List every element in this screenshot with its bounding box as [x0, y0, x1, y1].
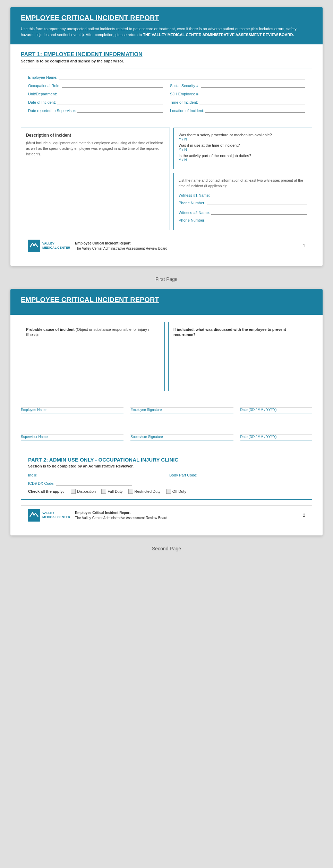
footer-p1: VALLEY MEDICAL CENTER Employee Critical …: [21, 236, 312, 256]
checkbox-off-duty[interactable]: Off Duty: [166, 489, 186, 494]
inc-input[interactable]: [39, 472, 164, 477]
employee-info-box: Employee Name: Occupational Role: Social…: [21, 69, 312, 122]
page2-label: Second Page: [7, 546, 326, 551]
yn1[interactable]: Y / N: [179, 137, 187, 141]
report-title-p2: EMPLOYEE CRITICAL INCIDENT REPORT: [21, 296, 312, 304]
w2-phone-label: Phone Number:: [179, 218, 205, 222]
header-bold-text: THE VALLEY MEDICAL CENTER ADMINISTRATIVE…: [143, 33, 294, 37]
safety-witness-col: Was there a safety procedure or mechanis…: [173, 128, 312, 230]
time-incident-input[interactable]: [199, 100, 305, 104]
header-banner-p1: EMPLOYEE CRITICAL INCIDENT REPORT Use th…: [10, 7, 323, 44]
icd9-input[interactable]: [56, 481, 132, 485]
date-reported-input[interactable]: [77, 108, 163, 113]
safety-q2: Was it in use at the time of incident? Y…: [179, 143, 307, 152]
employee-date-label: Date (DD / MM / YYYY): [240, 408, 312, 412]
date-incident-input[interactable]: [57, 100, 163, 104]
restricted-duty-checkbox[interactable]: [128, 489, 133, 494]
footer-doc-info-p2: Employee Critical Incident Report The Va…: [75, 510, 167, 521]
yn2[interactable]: Y / N: [179, 147, 187, 152]
occ-role-label: Occupational Role:: [28, 84, 60, 88]
safety-q1: Was there a safety procedure or mechanis…: [179, 133, 307, 141]
location-input[interactable]: [205, 108, 305, 113]
checkbox-disposition[interactable]: Disposition: [71, 489, 96, 494]
time-incident-group: Time of Incident:: [170, 100, 305, 104]
sjh-input[interactable]: [201, 91, 305, 96]
checkbox-full-duty[interactable]: Full Duty: [101, 489, 122, 494]
employee-sig-label: Employee Signature: [130, 408, 233, 412]
witness1-name-row: Witness #1 Name:: [179, 192, 307, 197]
w2-name-input[interactable]: [211, 210, 307, 215]
footer-doc-info-p1: Employee Critical Incident Report The Va…: [75, 241, 167, 251]
desc-text: (Must include all equipment and material…: [26, 140, 165, 157]
supervisor-date-label: Date (DD / MM / YYYY): [240, 435, 312, 439]
unit-group: Unit/Department:: [28, 91, 163, 96]
w1-phone-input[interactable]: [207, 200, 307, 205]
part2-subtitle: Section is to be completed by an Adminis…: [28, 464, 305, 468]
inc-field: Inc #:: [28, 472, 164, 477]
page-2: EMPLOYEE CRITICAL INCIDENT REPORT Probab…: [10, 289, 323, 535]
page-number-p1: 1: [303, 243, 305, 248]
yn3[interactable]: Y / N: [179, 158, 187, 162]
footer-logo-p1: VALLEY MEDICAL CENTER: [28, 240, 70, 252]
date-time-row: Date of Incident: Time of Incident:: [28, 100, 305, 104]
prevent-recurrence-label: If indicated, what was discussed with th…: [173, 327, 307, 338]
witness-intro: List the name and contact information of…: [179, 178, 307, 189]
date-reported-group: Date reported to Supervisor:: [28, 108, 163, 113]
occ-role-group: Occupational Role:: [28, 83, 163, 88]
employee-sig-row: Employee Name Employee Signature Date (D…: [21, 397, 312, 417]
employee-date-line[interactable]: [240, 400, 312, 408]
w2-phone-input[interactable]: [207, 217, 307, 222]
checkbox-row: Check all the apply: Disposition Full Du…: [28, 489, 305, 494]
inc-label: Inc #:: [28, 473, 37, 477]
witness1-phone-row: Phone Number:: [179, 200, 307, 205]
ss-input[interactable]: [201, 83, 305, 88]
page-number-p2: 2: [303, 513, 305, 518]
safety-box: Was there a safety procedure or mechanis…: [173, 128, 312, 169]
employee-signature-line[interactable]: [130, 400, 233, 408]
supervisor-signature-sig: Supervisor Signature: [130, 427, 233, 440]
prevent-recurrence-box: If indicated, what was discussed with th…: [168, 322, 312, 391]
bodypart-input[interactable]: [199, 472, 305, 477]
supervisor-name-sig: Supervisor Name: [21, 427, 123, 440]
disposition-checkbox[interactable]: [71, 489, 76, 494]
occ-role-input[interactable]: [62, 83, 163, 88]
probable-cause-label: Probable cause of incident (Object or su…: [26, 327, 160, 338]
icd9-field: ICD9 DX Code:: [28, 481, 132, 485]
supervisor-name-sig-label: Supervisor Name: [21, 435, 123, 439]
w1-name-input[interactable]: [211, 192, 307, 197]
reported-location-row: Date reported to Supervisor: Location of…: [28, 108, 305, 113]
location-group: Location of Incident:: [170, 108, 305, 113]
employee-name-line[interactable]: [21, 400, 123, 408]
employee-name-sig: Employee Name: [21, 400, 123, 413]
checkbox-restricted-duty[interactable]: Restricted Duty: [128, 489, 161, 494]
supervisor-sig-label: Supervisor Signature: [130, 435, 233, 439]
part2-title: PART 2: ADMIN USE ONLY - OCCUPATIONAL IN…: [28, 457, 305, 463]
valley-logo-icon-p2: [28, 509, 40, 522]
sjh-label: SJH Employee #:: [170, 92, 199, 96]
w1-name-label: Witness #1 Name:: [179, 193, 210, 197]
full-duty-checkbox[interactable]: [101, 489, 106, 494]
witness2-phone-row: Phone Number:: [179, 217, 307, 222]
supervisor-date-line[interactable]: [240, 427, 312, 435]
date-incident-label: Date of Incident:: [28, 100, 56, 104]
part1-title: PART 1: EMPLOYEE INCIDENT INFORMATION: [21, 51, 312, 58]
ss-group: Social Security #:: [170, 83, 305, 88]
employee-date-sig: Date (DD / MM / YYYY): [240, 400, 312, 413]
supervisor-name-line[interactable]: [21, 427, 123, 435]
employee-name-input[interactable]: [59, 75, 305, 79]
icd9-label: ICD9 DX Code:: [28, 481, 54, 485]
probable-cause-box: Probable cause of incident (Object or su…: [21, 322, 165, 391]
report-title-p1: EMPLOYEE CRITICAL INCIDENT REPORT: [21, 14, 312, 22]
header-banner-p2: EMPLOYEE CRITICAL INCIDENT REPORT: [10, 289, 323, 315]
supervisor-signature-line[interactable]: [130, 427, 233, 435]
unit-input[interactable]: [58, 91, 163, 96]
date-reported-label: Date reported to Supervisor:: [28, 109, 76, 113]
witness-box: List the name and contact information of…: [173, 173, 312, 230]
supervisor-sig-row: Supervisor Name Supervisor Signature Dat…: [21, 424, 312, 444]
off-duty-label: Off Duty: [172, 489, 186, 493]
sjh-group: SJH Employee #:: [170, 91, 305, 96]
part2-section: PART 2: ADMIN USE ONLY - OCCUPATIONAL IN…: [21, 451, 312, 500]
footer-org-name-p2: VALLEY MEDICAL CENTER: [42, 511, 70, 519]
footer-logo-p2: VALLEY MEDICAL CENTER: [28, 509, 70, 522]
off-duty-checkbox[interactable]: [166, 489, 171, 494]
